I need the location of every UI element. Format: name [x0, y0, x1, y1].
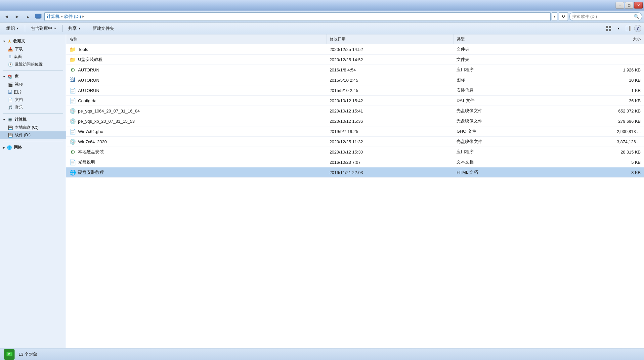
view-dropdown-button[interactable]: ▼ [614, 24, 623, 33]
library-icon: 📚 [8, 74, 13, 79]
forward-button[interactable]: ► [13, 12, 22, 21]
search-box[interactable]: 🔍 [569, 12, 642, 21]
videos-icon: 🎬 [8, 82, 13, 87]
software-d-label: 软件 (D:) [15, 132, 30, 138]
file-name-cell[interactable]: 💿 Win7x64_2020 [66, 137, 326, 147]
network-label: 网络 [14, 145, 22, 150]
table-row[interactable]: 📄 Win7x64.gho 2019/9/7 19:25 GHO 文件 2,90… [66, 126, 644, 137]
sidebar-computer-header[interactable]: ▼ 💻 计算机 [0, 115, 66, 124]
table-row[interactable]: 📁 U盘安装教程 2020/12/25 14:52 文件夹 [66, 55, 644, 65]
sidebar-divider-1 [3, 70, 63, 70]
table-row[interactable]: 📄 光盘说明 2016/10/23 7:07 文本文档 5 KB [66, 157, 644, 167]
file-table-body: 📁 Tools 2020/12/25 14:52 文件夹 📁 U盘安装教程 20… [66, 44, 644, 178]
organize-arrow: ▼ [16, 27, 19, 30]
search-input[interactable] [572, 14, 632, 19]
sidebar-item-music[interactable]: 🎵 音乐 [0, 104, 66, 111]
file-name-cell[interactable]: 🖼 AUTORUN [66, 75, 326, 85]
view-toggle-button[interactable] [604, 24, 613, 33]
up-button[interactable]: ▲ [23, 12, 32, 21]
table-row[interactable]: 💿 pe_yqs_1064_20_07_31_16_04 2020/10/12 … [66, 106, 644, 116]
file-size: 36 KB [557, 96, 644, 106]
sidebar-item-desktop[interactable]: 🖥 桌面 [0, 53, 66, 61]
file-name-cell[interactable]: 📁 U盘安装教程 [66, 55, 326, 65]
add-library-arrow: ▼ [54, 27, 57, 30]
table-row[interactable]: 💿 pe_yqs_xp_20_07_31_15_53 2020/10/12 15… [66, 116, 644, 126]
file-name-cell[interactable]: 📄 AUTORUN [66, 85, 326, 96]
sidebar-item-videos[interactable]: 🎬 视频 [0, 81, 66, 88]
svg-rect-3 [606, 26, 608, 28]
sidebar-item-downloads[interactable]: 📥 下载 [0, 45, 66, 53]
sidebar-item-docs[interactable]: 📄 文档 [0, 96, 66, 104]
file-name-cell[interactable]: 🌐 硬盘安装教程 [66, 167, 326, 178]
col-size-header[interactable]: 大小 [557, 34, 644, 44]
help-button[interactable]: ? [634, 25, 641, 32]
back-button[interactable]: ◄ [2, 12, 11, 21]
sidebar-network-header[interactable]: ▶ 🌐 网络 [0, 143, 66, 152]
file-name-cell[interactable]: 📄 光盘说明 [66, 157, 326, 167]
table-row[interactable]: ⚙ AUTORUN 2016/1/8 4:54 应用程序 1,926 KB [66, 65, 644, 75]
computer-icon [34, 12, 43, 21]
col-name-header[interactable]: 名称 [66, 34, 326, 44]
svg-rect-0 [35, 14, 41, 18]
share-arrow: ▼ [78, 27, 81, 30]
sidebar: ▼ ★ 收藏夹 📥 下载 🖥 桌面 🕐 最近访问的位置 ▼ 📚 [0, 34, 66, 348]
desktop-icon: 🖥 [8, 55, 12, 59]
table-row[interactable]: 📁 Tools 2020/12/25 14:52 文件夹 [66, 44, 644, 55]
toolbar-divider-3 [87, 25, 87, 32]
file-name-cell[interactable]: 📁 Tools [66, 44, 326, 55]
new-folder-label: 新建文件夹 [93, 25, 114, 31]
new-folder-button[interactable]: 新建文件夹 [89, 24, 118, 33]
preview-button[interactable] [624, 24, 633, 33]
downloads-icon: 📥 [8, 47, 13, 52]
recent-label: 最近访问的位置 [15, 62, 43, 67]
breadcrumb-drive[interactable]: 软件 (D:) [64, 14, 81, 20]
music-label: 音乐 [15, 105, 23, 110]
minimize-button[interactable]: – [616, 2, 624, 9]
file-name-cell[interactable]: ⚙ 本地硬盘安装 [66, 147, 326, 157]
col-type-header[interactable]: 类型 [453, 34, 557, 44]
svg-rect-4 [609, 26, 611, 28]
file-date: 2016/11/21 22:03 [326, 167, 453, 178]
file-name: Win7x64.gho [78, 129, 103, 134]
sidebar-item-recent[interactable]: 🕐 最近访问的位置 [0, 61, 66, 68]
table-row[interactable]: 📄 Config.dat 2020/10/12 15:42 DAT 文件 36 … [66, 96, 644, 106]
sidebar-library-header[interactable]: ▼ 📚 库 [0, 72, 66, 81]
table-row[interactable]: ⚙ 本地硬盘安装 2020/10/12 15:30 应用程序 28,315 KB [66, 147, 644, 157]
toolbar-divider-2 [62, 25, 63, 32]
breadcrumb-bar[interactable]: 计算机 ► 软件 (D:) ► [44, 12, 551, 21]
sidebar-section-favorites: ▼ ★ 收藏夹 📥 下载 🖥 桌面 🕐 最近访问的位置 [0, 37, 66, 68]
file-name-cell[interactable]: 💿 pe_yqs_xp_20_07_31_15_53 [66, 116, 326, 126]
file-name-cell[interactable]: 📄 Config.dat [66, 96, 326, 106]
file-date: 2020/10/12 15:41 [326, 106, 453, 116]
file-name: Tools [78, 47, 88, 52]
table-row[interactable]: 🖼 AUTORUN 2015/5/10 2:45 图标 10 KB [66, 75, 644, 85]
svg-rect-1 [36, 18, 40, 19]
refresh-button[interactable]: ↻ [559, 12, 568, 21]
file-icon: 💿 [69, 138, 76, 145]
breadcrumb-computer[interactable]: 计算机 [47, 14, 60, 20]
table-row[interactable]: 🌐 硬盘安装教程 2016/11/21 22:03 HTML 文档 3 KB [66, 167, 644, 178]
sidebar-item-local-c[interactable]: 💾 本地磁盘 (C:) [0, 124, 66, 131]
close-button[interactable]: ✕ [634, 2, 643, 9]
col-date-header[interactable]: 修改日期 [326, 34, 453, 44]
sidebar-favorites-header[interactable]: ▼ ★ 收藏夹 [0, 37, 66, 45]
file-name-cell[interactable]: 📄 Win7x64.gho [66, 126, 326, 137]
file-size [557, 44, 644, 55]
maximize-button[interactable]: □ [625, 2, 633, 9]
file-name: 本地硬盘安装 [78, 149, 104, 155]
search-icon[interactable]: 🔍 [634, 14, 639, 19]
organize-button[interactable]: 组织 ▼ [3, 24, 23, 33]
breadcrumb-dropdown[interactable]: ▼ [552, 12, 557, 21]
file-type: 图标 [453, 75, 557, 85]
sidebar-item-software-d[interactable]: 💾 软件 (D:) [0, 131, 66, 139]
table-row[interactable]: 💿 Win7x64_2020 2020/12/25 11:32 光盘映像文件 3… [66, 137, 644, 147]
network-icon: 🌐 [7, 145, 12, 150]
file-name-cell[interactable]: 💿 pe_yqs_1064_20_07_31_16_04 [66, 106, 326, 116]
file-area: 名称 修改日期 类型 大小 📁 Tools 2020/12/25 14:52 文… [66, 34, 644, 348]
add-to-library-button[interactable]: 包含到库中 ▼ [27, 24, 60, 33]
sidebar-item-images[interactable]: 🖼 图片 [0, 88, 66, 96]
file-name-cell[interactable]: ⚙ AUTORUN [66, 65, 326, 75]
table-row[interactable]: 📄 AUTORUN 2015/5/10 2:45 安装信息 1 KB [66, 85, 644, 96]
file-name: pe_yqs_1064_20_07_31_16_04 [78, 109, 140, 113]
share-button[interactable]: 共享 ▼ [64, 24, 85, 33]
